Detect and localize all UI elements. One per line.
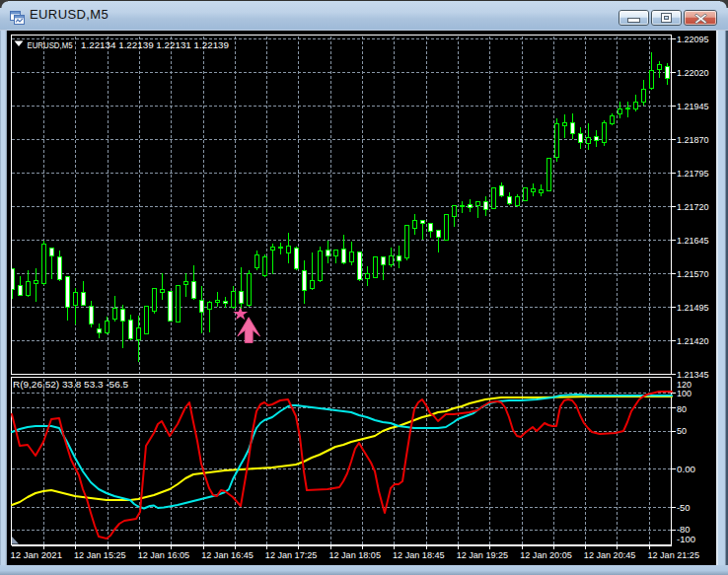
svg-text:1.21420: 1.21420 [677,335,709,346]
svg-text:-50: -50 [677,502,691,513]
svg-text:1.21570: 1.21570 [677,268,709,279]
svg-text:12 Jan 18:05: 12 Jan 18:05 [328,549,381,560]
svg-text:12 Jan 15:25: 12 Jan 15:25 [74,549,126,560]
svg-text:1.21720: 1.21720 [677,201,709,212]
svg-text:12 Jan 21:25: 12 Jan 21:25 [647,549,699,560]
svg-text:1.22134 1.22139 1.22131 1.2213: 1.22134 1.22139 1.22131 1.22139 [81,39,229,50]
svg-text:50: 50 [677,425,687,436]
svg-text:EURUSD,M5: EURUSD,M5 [28,39,73,50]
svg-text:12 Jan 2021: 12 Jan 2021 [10,549,62,560]
svg-text:12 Jan 20:45: 12 Jan 20:45 [584,549,636,560]
svg-text:1.22095: 1.22095 [677,34,709,44]
svg-text:12 Jan 16:05: 12 Jan 16:05 [138,549,190,560]
svg-text:12 Jan 19:25: 12 Jan 19:25 [457,549,509,560]
svg-text:1.21495: 1.21495 [677,302,709,313]
svg-text:1.21870: 1.21870 [677,134,709,145]
svg-text:80: 80 [677,403,687,414]
svg-text:1.21645: 1.21645 [677,235,709,246]
svg-text:12 Jan 17:25: 12 Jan 17:25 [265,549,318,560]
svg-text:12 Jan 18:45: 12 Jan 18:45 [393,549,445,560]
svg-text:100: 100 [677,388,692,398]
svg-text:R(9,26,52) 33.8 53.3 -56.5: R(9,26,52) 33.8 53.3 -56.5 [13,379,128,390]
svg-text:1.21795: 1.21795 [677,168,709,179]
svg-text:1.21945: 1.21945 [677,101,709,111]
svg-text:12 Jan 20:05: 12 Jan 20:05 [520,549,572,560]
svg-text:-100: -100 [677,534,695,544]
svg-text:12 Jan 16:45: 12 Jan 16:45 [201,549,254,560]
svg-text:1.22020: 1.22020 [677,67,709,78]
svg-text:0.00: 0.00 [677,464,695,474]
